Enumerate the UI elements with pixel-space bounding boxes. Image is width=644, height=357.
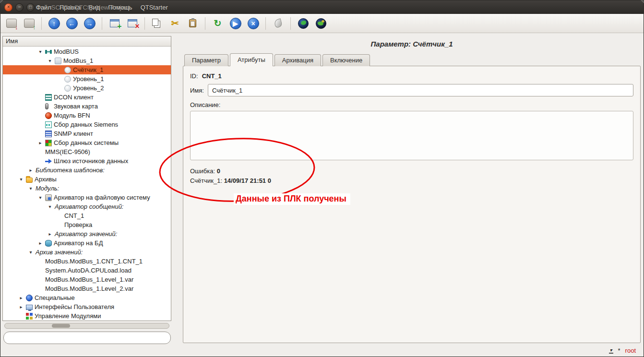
- controller-icon: [55, 58, 61, 64]
- stop-button[interactable]: ×: [245, 15, 261, 31]
- error-label: Ошибка:: [190, 167, 215, 175]
- dbarch-icon: [45, 240, 52, 247]
- tree-item[interactable]: ▾ModBUS: [3, 47, 171, 56]
- tree-item[interactable]: DCON клиент: [3, 93, 171, 102]
- window-maximize-button[interactable]: □: [26, 3, 35, 12]
- tree-item-label: ModBus.ModBus_1.Level_2.var: [45, 285, 133, 292]
- back-button[interactable]: ←: [64, 15, 80, 31]
- tree-item[interactable]: ▸Архиватор значений:: [3, 229, 171, 238]
- scrollbar-thumb[interactable]: [52, 324, 70, 328]
- tree-item-label: Сбор данных системы: [54, 139, 119, 146]
- refresh-button[interactable]: ↻: [210, 15, 226, 31]
- close-icon: ×: [7, 5, 10, 10]
- menu-qtstarter[interactable]: QTStarter: [141, 4, 168, 11]
- tree-expand-arrow[interactable]: ▸: [16, 296, 26, 300]
- modified-indicator: *: [618, 347, 620, 354]
- tree-item[interactable]: ▸Библиотека шаблонов:: [3, 166, 171, 175]
- module-launch-1-button[interactable]: [295, 15, 311, 31]
- forward-button[interactable]: →: [82, 15, 97, 31]
- ui-icon: [26, 305, 33, 310]
- menu-file[interactable]: Файл: [36, 4, 51, 11]
- tree-expand-arrow[interactable]: ▾: [26, 250, 36, 255]
- tree-item[interactable]: Сбор данных Siemens: [3, 120, 171, 129]
- name-input[interactable]: [208, 84, 633, 96]
- module-launch-2-button[interactable]: [313, 15, 329, 31]
- tree-item-label: Архиватор сообщений:: [55, 203, 123, 210]
- tree-item[interactable]: ▸Архиватор на БД: [3, 238, 171, 248]
- tree-horizontal-scrollbar[interactable]: [4, 323, 169, 329]
- tree-item-label: Уровень_1: [73, 75, 104, 83]
- tree-item[interactable]: ▾Архив значений:: [3, 248, 171, 257]
- save-db-icon: ↑: [24, 19, 35, 28]
- tree-column-header[interactable]: Имя: [3, 36, 171, 47]
- tree-expand-arrow[interactable]: ▸: [36, 241, 45, 246]
- page-title: Параметр: Счётчик_1: [183, 40, 641, 48]
- tree-item[interactable]: ▾Модуль:: [3, 184, 171, 193]
- start-button[interactable]: ▶: [227, 15, 243, 31]
- tree-item[interactable]: MMS(IEC-9506): [3, 147, 171, 156]
- cut-button[interactable]: ✂: [167, 15, 183, 31]
- save-button[interactable]: ↑: [21, 15, 37, 31]
- tree-item[interactable]: ModBus.ModBus_1.CNT_1.CNT_1: [3, 257, 171, 266]
- window-minimize-button[interactable]: −: [15, 3, 24, 12]
- modules-icon: [26, 313, 33, 320]
- tree-item[interactable]: ▸Специальные: [3, 293, 171, 302]
- menu-view[interactable]: Вид: [89, 4, 100, 11]
- tree-expand-arrow[interactable]: ▸: [16, 305, 26, 309]
- tree-item[interactable]: ▾Архивы: [3, 175, 171, 184]
- copy-button[interactable]: [149, 15, 165, 31]
- attributes-tab-pane: ID: CNT_1 Имя: Описание: Ошибка: 0 Счётч…: [183, 66, 641, 343]
- load-button[interactable]: ↓: [3, 15, 19, 31]
- paste-button[interactable]: [185, 15, 201, 31]
- current-user: root: [625, 347, 636, 354]
- add-item-button[interactable]: +: [107, 15, 122, 31]
- tree-item[interactable]: Уровень_1: [3, 74, 171, 83]
- tree-expand-arrow[interactable]: ▸: [26, 168, 36, 173]
- tree-item-label: Модуль BFN: [54, 112, 90, 119]
- flame-button[interactable]: [270, 15, 286, 31]
- tree-expand-arrow[interactable]: ▸: [36, 141, 45, 145]
- copy-icon: [152, 19, 158, 26]
- start-icon: ▶: [230, 18, 241, 29]
- up-button[interactable]: ↑: [46, 15, 62, 31]
- tree-item[interactable]: ▾Архиватор на файловую систему: [3, 193, 171, 202]
- tree-filter-input[interactable]: [3, 332, 171, 344]
- tree-expand-arrow[interactable]: ▾: [26, 186, 36, 191]
- tree-expand-arrow[interactable]: ▸: [45, 232, 55, 237]
- tree-item[interactable]: Звуковая карта: [3, 102, 171, 111]
- tree-expand-arrow[interactable]: ▾: [36, 195, 45, 200]
- tree-item[interactable]: CNT_1: [3, 211, 171, 220]
- tree-expand-arrow[interactable]: ▾: [36, 49, 45, 54]
- tab-archiving[interactable]: Архивация: [274, 54, 321, 66]
- tree-item[interactable]: Управление Модулями: [3, 311, 171, 321]
- tree-expand-arrow[interactable]: ▾: [45, 204, 55, 209]
- window-close-button[interactable]: ×: [4, 3, 12, 12]
- tree-item[interactable]: ModBus.ModBus_1.Level_1.var: [3, 275, 171, 284]
- tree-item[interactable]: System.AutoDA.CPULoad.load: [3, 266, 171, 275]
- tree-item-label-wrap: MMS(IEC-9506): [45, 148, 90, 155]
- tree-item[interactable]: Модуль BFN: [3, 111, 171, 120]
- tree-item[interactable]: Уровень_2: [3, 83, 171, 93]
- description-textarea[interactable]: [190, 111, 633, 160]
- tree-item[interactable]: ▸Интерфейсы Пользователя: [3, 302, 171, 311]
- tree-item[interactable]: ▾Архиватор сообщений:: [3, 202, 171, 211]
- tree-item[interactable]: Шлюз источников данных: [3, 156, 171, 166]
- tab-attributes[interactable]: Атрибуты: [230, 53, 273, 66]
- tree-expand-arrow[interactable]: ▾: [16, 177, 26, 182]
- tree-item[interactable]: ▸Сбор данных системы: [3, 138, 171, 147]
- delete-item-button[interactable]: ×: [124, 15, 140, 31]
- menu-edit[interactable]: Правка: [60, 4, 81, 11]
- menu-help[interactable]: Помощь: [108, 4, 132, 11]
- tree-item[interactable]: ModBus.ModBus_1.Level_2.var: [3, 284, 171, 293]
- toolbar-separator: [265, 17, 266, 30]
- tree-item[interactable]: Счётчик_1: [3, 65, 171, 74]
- tab-enable[interactable]: Включение: [322, 54, 370, 66]
- tab-parameter[interactable]: Параметр: [184, 54, 228, 66]
- tree-item[interactable]: SNMP клиент: [3, 129, 171, 138]
- status-dropdown[interactable]: ▾: [609, 347, 613, 354]
- refresh-icon: ↻: [214, 19, 222, 28]
- tree-expand-arrow[interactable]: ▾: [45, 59, 55, 63]
- navigation-tree: ▾ModBUS▾ModBus_1Счётчик_1Уровень_1Уровен…: [3, 47, 171, 321]
- tree-item[interactable]: Проверка: [3, 220, 171, 229]
- tree-item[interactable]: ▾ModBus_1: [3, 56, 171, 65]
